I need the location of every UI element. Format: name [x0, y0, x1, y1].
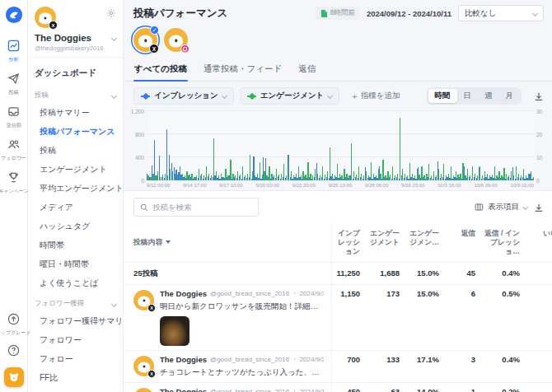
sidebar-item-FF比[interactable]: FF比: [28, 368, 123, 387]
sidebar-item-レポート[interactable]: レポート: [28, 387, 123, 392]
sidebar-section-label: 投稿: [35, 91, 49, 100]
sidebar-item-エンゲージメント[interactable]: エンゲージメント: [28, 160, 123, 179]
upgrade-icon: [7, 313, 20, 329]
chevron-down-icon: [222, 93, 227, 99]
display-columns-button[interactable]: 表示項目: [475, 202, 527, 212]
rail-item-label: アップグレード: [0, 329, 31, 336]
column-header-インプレッション[interactable]: インプレッション: [331, 222, 367, 262]
sidebar-item-ダッシュボード[interactable]: ダッシュボード: [28, 63, 123, 84]
summary-value: 15.0%: [407, 263, 447, 284]
table-row[interactable]: XThe Doggies@good_bread_since_2016 ・ 202…: [124, 350, 552, 382]
sidebar-item-投稿パフォーマンス[interactable]: 投稿パフォーマンス: [28, 122, 123, 141]
post-metric-value: 63: [367, 383, 407, 392]
account-name: The Doggies: [35, 33, 91, 43]
y-tick-right: 0: [536, 178, 540, 184]
sidebar-item-平均エンゲージメント[interactable]: 平均エンゲージメント: [28, 179, 123, 198]
account-chip-instagram[interactable]: [164, 28, 188, 52]
tab-すべての投稿[interactable]: すべての投稿: [133, 58, 188, 81]
gear-icon[interactable]: [106, 7, 116, 21]
rail-item-posts[interactable]: 投稿: [0, 72, 30, 96]
granularity-switch: 時間日週月: [427, 87, 522, 105]
metric-chip-エンゲージメント[interactable]: エンゲージメント: [240, 87, 340, 105]
sidebar-item-曜日・時間帯[interactable]: 曜日・時間帯: [28, 254, 123, 273]
post-search-input[interactable]: [152, 203, 252, 212]
granularity-日[interactable]: 日: [457, 89, 479, 103]
post-body: The Doggies@good_bread_since_2016 ・ 2024…: [160, 355, 324, 378]
chart-download-button[interactable]: [534, 91, 544, 101]
column-header-エンゲージメン…[interactable]: エンゲージメン…: [407, 222, 447, 262]
sidebar-item-よく使うことば[interactable]: よく使うことば: [28, 273, 123, 292]
sidebar-item-フォロー[interactable]: フォロー: [28, 349, 123, 368]
support-chat-button[interactable]: [4, 367, 24, 387]
chevron-down-icon[interactable]: [111, 35, 117, 40]
column-header-投稿内容[interactable]: 投稿内容: [124, 222, 331, 262]
summary-label: 25投稿: [124, 263, 331, 284]
account-avatar: [164, 28, 188, 52]
column-header-返信[interactable]: 返信: [447, 222, 483, 262]
compare-select[interactable]: 比較なし: [458, 5, 544, 21]
rail-item-inbox[interactable]: 受信箱: [0, 105, 30, 129]
rail-item-followers[interactable]: フォロワー: [0, 138, 30, 162]
table-row[interactable]: XThe Doggies@good_bread_since_2016 ・ 202…: [124, 284, 552, 350]
account-switcher: X✓: [124, 25, 552, 58]
post-metric-value: 173: [367, 285, 407, 350]
post-metric-value: [527, 383, 552, 392]
account-chip-x[interactable]: X✓: [133, 28, 157, 52]
column-header-返信 / インプレッショ…[interactable]: 返信 / インプレッショ…: [483, 222, 527, 262]
column-header-エンゲージメント[interactable]: エンゲージメント: [367, 222, 407, 262]
posts-table-card: 表示項目 投稿内容インプレッションエンゲージメントエンゲージメン…返信返信 / …: [124, 190, 552, 392]
post-content-cell: XThe Doggies@good_bread_since_2016 ・ 202…: [124, 383, 331, 392]
sidebar-item-ハッシュタグ[interactable]: ハッシュタグ: [28, 217, 123, 236]
post-metric-value: [527, 351, 552, 382]
tab-通常投稿・フィード[interactable]: 通常投稿・フィード: [203, 58, 283, 81]
chevron-down-icon: [532, 10, 538, 16]
y-axis-right: 3020100: [534, 111, 547, 180]
post-meta: The Doggies@good_bread_since_2016 ・ 2024…: [160, 355, 324, 365]
post-metric-value: 0.2%: [483, 383, 527, 392]
chart-plot-area: [147, 111, 534, 180]
rail-item-analytics[interactable]: 分析: [0, 40, 30, 63]
chevron-down-icon: [327, 93, 333, 99]
posts-icon: [7, 72, 20, 88]
sidebar-item-フォロワー[interactable]: フォロワー: [28, 330, 123, 349]
granularity-時間[interactable]: 時間: [428, 89, 457, 103]
x-tick-label: 9/22 20:00: [292, 183, 316, 188]
tab-返信[interactable]: 返信: [297, 58, 316, 81]
sidebar-section-label: フォロワー獲得: [35, 299, 84, 309]
post-metric-value: [527, 285, 552, 350]
x-tick-label: 9/20 03:00: [255, 183, 278, 188]
rail-item-label: 投稿: [9, 89, 19, 96]
post-author-handle: @good_bread_since_2016 ・ 2024/9/17 10:00: [210, 387, 324, 392]
granularity-週[interactable]: 週: [478, 89, 499, 103]
post-metric-value: 0.4%: [483, 351, 527, 382]
metric-chip-インプレッション[interactable]: インプレッション: [133, 87, 234, 105]
x-tick-label: 9/30 23:00: [401, 183, 424, 188]
sidebar-section-フォロワー獲得[interactable]: フォロワー獲得: [28, 292, 123, 311]
sidebar-section-投稿[interactable]: 投稿: [28, 84, 123, 103]
sidebar-item-フォロワー獲得サマリー[interactable]: フォロワー獲得サマリー: [28, 311, 123, 330]
date-range-button[interactable]: 2024/09/12 - 2024/10/11: [367, 9, 451, 18]
post-avatar: X: [133, 388, 154, 392]
granularity-月[interactable]: 月: [499, 89, 521, 103]
sidebar-item-投稿[interactable]: 投稿: [28, 141, 123, 160]
bar-impressions: [154, 140, 155, 180]
add-metric-button[interactable]: + 指標を追加: [352, 91, 400, 101]
rail-item-campaign[interactable]: キャンペーン: [0, 171, 30, 195]
sidebar-item-メディア[interactable]: メディア: [28, 198, 123, 217]
table-download-button[interactable]: [534, 203, 544, 212]
x-network-badge-icon: X: [147, 370, 156, 378]
last-updated-button[interactable]: 8時間前: [316, 7, 360, 20]
followers-icon: [7, 138, 20, 154]
sidebar-item-時間帯[interactable]: 時間帯: [28, 236, 123, 254]
socialdog-logo-icon[interactable]: [5, 6, 23, 24]
table-row[interactable]: XThe Doggies@good_bread_since_2016 ・ 202…: [124, 382, 552, 392]
sidebar-item-投稿サマリー[interactable]: 投稿サマリー: [28, 103, 123, 122]
post-author-handle: @good_bread_since_2016 ・ 2024/9/30 19:00: [210, 289, 324, 298]
account-avatar[interactable]: X: [35, 7, 56, 28]
tab-bar: すべての投稿通常投稿・フィード返信: [124, 58, 552, 82]
column-header-いいね[interactable]: いいね: [527, 222, 552, 262]
account-header: X The Doggies @thedoggiesbakery2016: [28, 0, 123, 58]
x-network-badge-icon: X: [149, 44, 159, 54]
plus-icon: +: [352, 91, 357, 101]
chevron-down-icon: [111, 301, 117, 306]
